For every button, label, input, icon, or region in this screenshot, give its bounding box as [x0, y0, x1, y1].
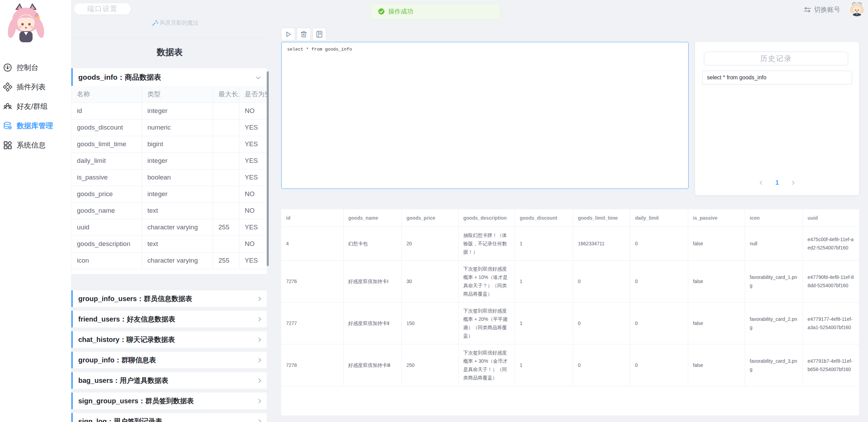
schema-table: 名称类型最大长度是否为空 id integer NO goods_discoun…: [71, 86, 267, 269]
sidebar-item-console[interactable]: 控制台: [0, 58, 71, 77]
schema-cell-name: daily_limit: [71, 152, 142, 169]
sidebar-item-label: 插件列表: [17, 82, 46, 92]
chevron-right-icon: [257, 337, 261, 342]
chevron-right-icon: [257, 419, 261, 422]
schema-cell-nullable: NO: [239, 186, 267, 202]
schema-cell-name: icon: [71, 252, 142, 269]
cell-goods-limit-time: 0: [573, 344, 630, 386]
schema-cell-name: goods_price: [71, 186, 142, 202]
schema-cell-maxlen: [213, 186, 239, 202]
clear-sql-button[interactable]: [297, 28, 311, 41]
cell-goods-price: 20: [401, 227, 458, 261]
schema-row: id integer NO: [71, 103, 267, 119]
cell-is-passive: false: [688, 261, 745, 302]
schema-cell-type: text: [142, 202, 213, 219]
collapsed-tables-list: group_info_users：群员信息数据表 friend_users：好友…: [71, 290, 267, 422]
collapsed-table-title: bag_users：用户道具数据表: [78, 376, 168, 385]
results-column-header: id: [281, 209, 343, 227]
schema-cell-name: goods_discount: [71, 119, 142, 136]
sidebar-item-label: 好友/群组: [17, 102, 48, 111]
cell-id: 7276: [281, 261, 343, 302]
next-page-icon[interactable]: [790, 181, 795, 185]
cell-goods-limit-time: 0: [573, 302, 630, 344]
cell-uuid: e47790fd-4ef8-11ef-88dd-5254007bf160: [803, 261, 859, 302]
schema-cell-nullable: NO: [239, 103, 267, 119]
schema-cell-maxlen: [213, 103, 239, 119]
schema-cell-maxlen: [213, 236, 239, 252]
success-toast: 操作成功: [371, 3, 500, 19]
cell-goods-description: 下次签到双倍好感度概率 + 10%（谁才是真命天子？）（同类商品将覆盖）: [458, 261, 515, 302]
cell-icon: null: [745, 227, 803, 261]
schema-row: goods_name text NO: [71, 202, 267, 219]
cell-goods-description: 下次签到双倍好感度概率 + 30%（金币才是真命天子！）（同类商品将覆盖）: [458, 344, 515, 386]
port-settings-button[interactable]: 端口设置: [74, 3, 131, 15]
cell-goods-name: 幻想卡包: [343, 227, 401, 261]
sql-editor[interactable]: select * from goods_info: [281, 42, 689, 189]
collapsed-table-title: sign_log：用户签到记录表: [78, 417, 162, 422]
collapsed-table-item[interactable]: group_info_users：群员信息数据表: [71, 290, 267, 307]
sidebar-item-database[interactable]: 数据库管理: [0, 116, 71, 135]
collapsed-table-item[interactable]: bag_users：用户道具数据表: [71, 372, 267, 389]
cell-daily-limit: 0: [630, 302, 688, 344]
schema-cell-nullable: YES: [239, 252, 267, 269]
schema-cell-maxlen: 255: [213, 252, 239, 269]
sidebar-item-plugins[interactable]: 插件列表: [0, 77, 71, 97]
collapsed-table-item[interactable]: sign_log：用户签到记录表: [71, 413, 267, 422]
cell-goods-price: 250: [401, 344, 458, 386]
sidebar-item-label: 数据库管理: [17, 121, 53, 131]
collapsed-table-item[interactable]: chat_history：聊天记录数据表: [71, 331, 267, 348]
cell-id: 4: [281, 227, 343, 261]
schema-column-header: 名称: [71, 86, 142, 103]
collapsed-table-item[interactable]: group_info：群聊信息表: [71, 352, 267, 368]
sidebar-item-system-info[interactable]: 系统信息: [0, 135, 71, 155]
chevron-right-icon: [257, 317, 261, 322]
schema-cell-maxlen: 255: [213, 219, 239, 236]
schema-row: goods_discount numeric YES: [71, 119, 267, 136]
results-header-row: idgoods_namegoods_pricegoods_description…: [281, 209, 859, 227]
cell-uuid: e475c00f-4ef8-11ef-aed2-5254007bf160: [803, 227, 859, 261]
swap-arrows-icon: [804, 7, 811, 13]
schema-cell-name: goods_description: [71, 236, 142, 252]
sidebar-item-friends-groups[interactable]: 好友/群组: [0, 97, 71, 116]
scrollbar-thumb[interactable]: [267, 71, 269, 266]
trainer-watermark: 风灵月影的魔法: [151, 19, 198, 27]
cell-is-passive: false: [688, 302, 745, 344]
clear-icon: [300, 30, 308, 38]
prev-page-icon[interactable]: [760, 181, 764, 185]
schema-column-header: 类型: [142, 86, 213, 103]
cell-id: 7277: [281, 302, 343, 344]
schema-row: goods_price integer NO: [71, 186, 267, 202]
history-item[interactable]: select * from goods_info: [702, 71, 852, 85]
schema-cell-type: text: [142, 236, 213, 252]
chevron-right-icon: [257, 297, 261, 301]
collapsed-table-item[interactable]: friend_users：好友信息数据表: [71, 311, 267, 327]
goods-info-title: goods_info：商品数据表: [78, 72, 161, 82]
bot-avatar: [5, 2, 47, 44]
goods-info-collapse-header[interactable]: goods_info：商品数据表: [71, 68, 267, 86]
user-avatar[interactable]: [849, 1, 865, 16]
cell-goods-limit-time: 0: [573, 261, 630, 302]
schema-body: id integer NO goods_discount numeric YES…: [71, 103, 267, 269]
cell-uuid: e4779177-4ef8-11ef-a3a1-5254007bf160: [803, 302, 859, 344]
results-row: 4 幻想卡包 20 抽取幻想卡牌！（体验版，不记录任何数据！） 1 166233…: [281, 227, 859, 261]
log-button[interactable]: [312, 28, 326, 41]
results-column-header: goods_name: [343, 209, 401, 227]
friends-icon: [3, 102, 12, 111]
schema-cell-nullable: YES: [239, 219, 267, 236]
collapsed-table-title: chat_history：聊天记录数据表: [78, 335, 175, 344]
schema-cell-maxlen: [213, 202, 239, 219]
schema-cell-type: integer: [142, 186, 213, 202]
run-query-button[interactable]: [281, 28, 295, 41]
cell-goods-limit-time: 1662334711: [573, 227, 630, 261]
cell-id: 7278: [281, 344, 343, 386]
sidebar-item-label: 系统信息: [17, 140, 46, 150]
schema-cell-type: numeric: [142, 119, 213, 136]
cell-icon: favorability_card_2.png: [745, 302, 803, 344]
collapsed-table-item[interactable]: sign_group_users：群员签到数据表: [71, 393, 267, 409]
page-number[interactable]: 1: [775, 179, 779, 186]
switch-account-button[interactable]: 切换账号: [804, 5, 840, 14]
tables-panel-title: 数据表: [71, 46, 268, 58]
cell-is-passive: false: [688, 227, 745, 261]
schema-cell-type: boolean: [142, 169, 213, 186]
toast-message: 操作成功: [388, 7, 413, 16]
